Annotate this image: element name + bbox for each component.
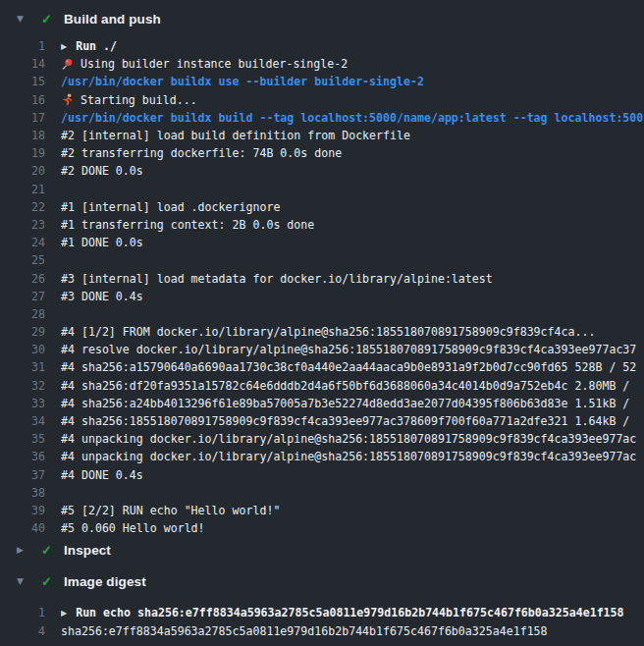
step-title: Image digest [64,574,146,589]
log-text: ▶Run echo sha256:e7ff8834a5963a2785c5a08… [61,606,644,619]
log-line: 17/usr/bin/docker buildx build --tag loc… [0,109,644,127]
log-text: /usr/bin/docker buildx build --tag local… [61,111,644,125]
line-number[interactable]: 23 [0,218,45,232]
log-line: 25 [0,251,644,269]
line-number[interactable]: 25 [0,253,45,267]
log-line: 34#4 sha256:185518070891758909c9f839cf4c… [0,412,644,430]
log-text: #3 DONE 0.4s [61,290,644,303]
log-line: 27#3 DONE 0.4s [0,288,644,305]
run-arrow-icon[interactable]: ▶ [61,42,67,51]
line-number[interactable]: 33 [0,397,45,410]
log-line: 19#2 transferring dockerfile: 74B 0.0s d… [0,144,644,162]
log-text: #4 sha256:a24bb4013296f61e89ba57005a7b3e… [61,397,644,410]
step-title: Inspect [64,543,111,558]
step-header-inspect[interactable]: ▶ ✓ Inspect [0,539,644,561]
line-number[interactable]: 22 [0,200,45,214]
line-number[interactable]: 17 [0,111,45,125]
log-text: sha256:e7ff8834a5963a2785c5a0811e979d16b… [61,624,644,638]
log-line: 38 [0,484,644,502]
log-line: 32#4 sha256:df20fa9351a15782c64e6dddb2d4… [0,377,644,395]
log-text: #1 DONE 0.0s [61,236,644,249]
log-text: Starting build... [61,93,644,107]
log-line: 21 [0,181,644,198]
log-text: #4 [1/2] FROM docker.io/library/alpine@s… [61,325,644,339]
log-text: #5 [2/2] RUN echo "Hello world!" [61,504,644,517]
line-number[interactable]: 37 [0,468,45,482]
log-line: 36#4 unpacking docker.io/library/alpine@… [0,448,644,465]
log-line: 20#2 DONE 0.0s [0,162,644,180]
chevron-down-icon[interactable]: ▼ [17,15,28,24]
check-success-icon: ✓ [39,544,54,557]
step-title: Build and push [64,12,161,27]
log-line: 22#1 [internal] load .dockerignore [0,198,644,216]
log-line: 24#1 DONE 0.0s [0,234,644,251]
chevron-right-icon[interactable]: ▶ [17,546,28,555]
log-line: 29#4 [1/2] FROM docker.io/library/alpine… [0,323,644,341]
step-section-inspect: ▶ ✓ Inspect [0,539,644,561]
log-text: #4 sha256:df20fa9351a15782c64e6dddb2d4a6… [61,379,644,393]
log-line: 23#1 transferring context: 2B 0.0s done [0,216,644,234]
actions-log-panel: ▼ ✓ Build and push 1▶Run ./14Using build… [0,8,644,640]
check-success-icon: ✓ [39,13,54,26]
line-number[interactable]: 24 [0,236,45,249]
log-line: 14Using builder instance builder-single-… [0,55,644,73]
line-number[interactable]: 27 [0,290,45,303]
line-number[interactable]: 34 [0,414,45,428]
line-number[interactable]: 28 [0,307,45,321]
line-number[interactable]: 1 [0,39,45,53]
log-line: 4sha256:e7ff8834a5963a2785c5a0811e979d16… [0,621,644,639]
line-number[interactable]: 15 [0,75,45,88]
log-line: 16Starting build... [0,91,644,109]
line-number[interactable]: 16 [0,93,45,107]
log-text: #2 DONE 0.0s [61,164,644,178]
line-number[interactable]: 20 [0,164,45,178]
line-number[interactable]: 14 [0,57,45,71]
line-number[interactable]: 39 [0,504,45,517]
log-text: #4 sha256:a15790640a6690aa1730c38cf0a440… [61,360,644,374]
log-text: #5 0.060 Hello world! [61,521,644,535]
chevron-down-icon[interactable]: ▼ [17,577,28,586]
line-number[interactable]: 35 [0,432,45,446]
log-lines: 1▶Run ./14Using builder instance builder… [0,29,644,537]
runner-icon [61,93,74,106]
log-line: 28 [0,305,644,323]
run-arrow-icon[interactable]: ▶ [61,609,67,618]
step-header-build-and-push[interactable]: ▼ ✓ Build and push [0,8,644,29]
step-section-build-and-push: ▼ ✓ Build and push 1▶Run ./14Using build… [0,8,644,537]
check-success-icon: ✓ [39,575,54,588]
log-line: 31#4 sha256:a15790640a6690aa1730c38cf0a4… [0,358,644,376]
log-text: #2 [internal] load build definition from… [61,129,644,142]
log-line: 26#3 [internal] load metadata for docker… [0,269,644,287]
log-line: 35#4 unpacking docker.io/library/alpine@… [0,430,644,448]
log-text: #3 [internal] load metadata for docker.i… [61,272,644,286]
log-line: 18#2 [internal] load build definition fr… [0,127,644,144]
line-number[interactable]: 4 [0,624,45,638]
log-text: #1 transferring context: 2B 0.0s done [61,218,644,232]
log-lines: 1▶Run echo sha256:e7ff8834a5963a2785c5a0… [0,592,644,639]
log-text: #1 [internal] load .dockerignore [61,200,644,214]
log-line: 1▶Run ./ [0,37,644,55]
pushpin-icon [61,58,74,71]
log-text: Using builder instance builder-single-2 [61,57,644,71]
step-header-image-digest[interactable]: ▼ ✓ Image digest [0,570,644,592]
line-number[interactable]: 32 [0,379,45,393]
line-number[interactable]: 21 [0,183,45,196]
log-line: 39#5 [2/2] RUN echo "Hello world!" [0,502,644,519]
log-text: #4 unpacking docker.io/library/alpine@sh… [61,450,644,463]
line-number[interactable]: 19 [0,146,45,160]
line-number[interactable]: 1 [0,606,45,619]
line-number[interactable]: 29 [0,325,45,339]
line-number[interactable]: 26 [0,272,45,286]
log-text: ▶Run ./ [61,39,644,53]
line-number[interactable]: 36 [0,450,45,463]
line-number[interactable]: 18 [0,129,45,142]
log-text: #2 transferring dockerfile: 74B 0.0s don… [61,146,644,160]
line-number[interactable]: 30 [0,343,45,356]
line-number[interactable]: 38 [0,486,45,500]
log-line: 30#4 resolve docker.io/library/alpine@sh… [0,341,644,358]
log-line: 33#4 sha256:a24bb4013296f61e89ba57005a7b… [0,395,644,412]
line-number[interactable]: 40 [0,521,45,535]
log-line: 37#4 DONE 0.4s [0,466,644,484]
log-text: #4 resolve docker.io/library/alpine@sha2… [61,343,644,356]
line-number[interactable]: 31 [0,360,45,374]
